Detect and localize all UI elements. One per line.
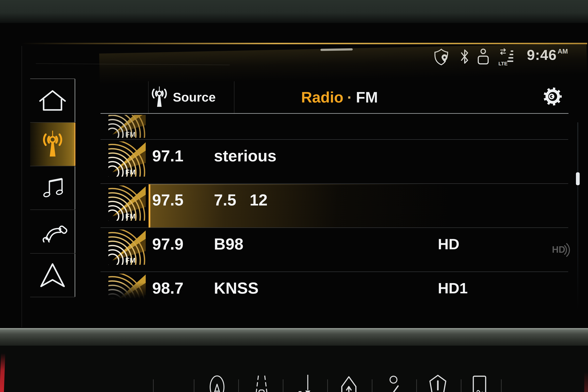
button-divider bbox=[238, 379, 239, 392]
button-divider bbox=[153, 379, 154, 392]
source-button-label: Source bbox=[173, 90, 216, 104]
fm-logo-label: FM bbox=[125, 168, 136, 176]
title-separator-dot: · bbox=[347, 88, 352, 106]
sidebar-item-radio[interactable] bbox=[30, 123, 75, 166]
clock: 9:46 AM bbox=[527, 46, 568, 64]
traffic-info-button[interactable] bbox=[297, 373, 315, 392]
button-divider bbox=[327, 379, 328, 392]
mmi-screen: LTE 9:46 AM bbox=[24, 44, 587, 316]
user-profile-icon bbox=[477, 48, 490, 65]
fm-station-logo-icon: FM bbox=[108, 115, 146, 138]
title-band-name: FM bbox=[356, 88, 378, 106]
station-name: KNSS bbox=[214, 278, 259, 299]
station-row-selected[interactable]: FM 97.5 7.5 12 bbox=[100, 184, 568, 228]
clock-time: 9:46 bbox=[527, 46, 557, 64]
dash-trim-top bbox=[0, 0, 588, 23]
source-button[interactable]: Source bbox=[151, 81, 234, 113]
station-row-partial[interactable]: FM bbox=[100, 114, 568, 139]
seatbelt-button[interactable] bbox=[385, 373, 403, 392]
button-divider bbox=[372, 379, 372, 392]
shield-location-icon bbox=[434, 48, 449, 66]
selection-highlight bbox=[149, 184, 568, 228]
warning-info-button[interactable] bbox=[429, 373, 447, 392]
sidebar-item-home[interactable] bbox=[30, 79, 75, 123]
station-frequency: 97.5 bbox=[152, 189, 183, 211]
station-frequency: 97.1 bbox=[152, 145, 183, 167]
music-note-icon bbox=[41, 176, 64, 200]
hd-badge: HD1 bbox=[438, 278, 468, 299]
button-divider bbox=[416, 379, 417, 392]
button-divider bbox=[501, 379, 502, 392]
title-source-name: Radio bbox=[301, 88, 343, 106]
sidebar-item-navigation[interactable] bbox=[30, 254, 75, 297]
fm-logo-label: FM bbox=[125, 256, 136, 264]
button-divider bbox=[283, 379, 283, 392]
header-separator bbox=[234, 81, 234, 113]
screen-bezel-left bbox=[21, 46, 22, 328]
button-divider bbox=[194, 379, 194, 392]
station-name: 7.5 12 bbox=[214, 189, 268, 211]
navigation-arrow-icon bbox=[40, 263, 65, 288]
fm-logo-label: FM bbox=[125, 130, 136, 138]
fm-station-logo-icon: FM bbox=[108, 230, 146, 265]
hd-radio-logo-icon: HD bbox=[552, 242, 571, 258]
page-title: Radio · FM bbox=[282, 81, 397, 113]
status-bar: LTE 9:46 AM bbox=[24, 44, 587, 69]
station-name: sterious bbox=[214, 145, 276, 167]
home-icon bbox=[38, 89, 67, 112]
sidebar-item-phone[interactable] bbox=[30, 210, 75, 254]
source-antenna-icon bbox=[151, 86, 168, 108]
scrollbar-thumb[interactable] bbox=[576, 172, 580, 185]
station-row[interactable]: FM 97.1 sterious bbox=[100, 140, 568, 184]
settings-button[interactable] bbox=[544, 87, 562, 106]
header-separator bbox=[148, 81, 149, 113]
hd-badge: HD bbox=[438, 233, 459, 255]
bluetooth-icon bbox=[460, 48, 469, 65]
radio-broadcast-icon bbox=[41, 131, 64, 158]
fm-station-logo-icon: FM bbox=[108, 186, 146, 221]
fm-station-logo-icon bbox=[108, 274, 146, 299]
button-divider bbox=[461, 379, 461, 392]
header-underline bbox=[100, 113, 569, 114]
garage-button[interactable] bbox=[340, 373, 358, 392]
lower-button-strip bbox=[0, 368, 588, 392]
lane-assist-button[interactable] bbox=[253, 373, 270, 392]
lte-label: LTE bbox=[499, 61, 508, 66]
sidebar-item-media[interactable] bbox=[30, 166, 75, 210]
phone-icon bbox=[38, 221, 67, 242]
sidebar bbox=[30, 78, 75, 297]
station-frequency: 98.7 bbox=[152, 278, 183, 299]
gear-icon bbox=[544, 87, 562, 106]
notification-pull-handle[interactable] bbox=[320, 48, 353, 51]
defrost-button[interactable] bbox=[472, 373, 487, 392]
dash-trim-bottom bbox=[0, 328, 588, 346]
infotainment-dash: LTE 9:46 AM bbox=[0, 0, 588, 392]
station-row[interactable]: FM 97.9 B98 HD HD bbox=[100, 228, 568, 272]
lte-signal-icon: LTE bbox=[498, 48, 514, 67]
station-name: B98 bbox=[214, 233, 243, 255]
station-row[interactable]: 98.7 KNSS HD1 bbox=[100, 272, 568, 316]
scrollbar-track[interactable] bbox=[577, 122, 578, 310]
auto-hold-button[interactable] bbox=[208, 373, 226, 392]
station-frequency: 97.9 bbox=[152, 233, 183, 255]
clock-meridiem: AM bbox=[557, 46, 568, 55]
screen-top-edge bbox=[21, 43, 587, 44]
fm-station-logo-icon: FM bbox=[108, 142, 146, 176]
fm-logo-label: FM bbox=[125, 212, 136, 220]
